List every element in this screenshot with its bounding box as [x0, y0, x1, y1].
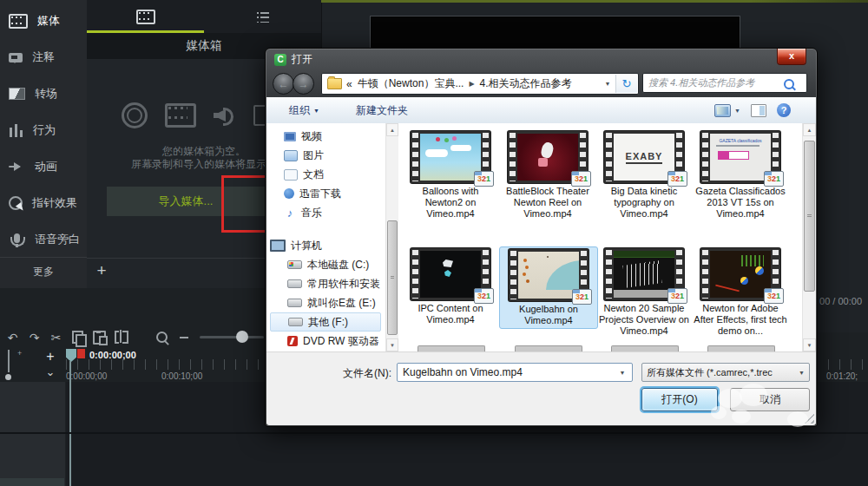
filename-dropdown-caret[interactable]: ▼	[616, 364, 628, 381]
breadcrumb-current-folder[interactable]: 4.相关动态作品参考	[480, 76, 572, 91]
sidebar-item-voice-narration[interactable]: 语音旁白	[0, 222, 87, 257]
address-dropdown-caret[interactable]: ▼	[601, 74, 615, 94]
sidebar-item-media[interactable]: 媒体	[0, 3, 87, 38]
nav-item-thunder-downloads[interactable]: 迅雷下载	[270, 184, 381, 203]
scroll-down-button[interactable]: ▼	[386, 338, 398, 351]
file-item[interactable]: 321 BattleBlock Theater Newton Reel on V…	[501, 131, 595, 220]
file-item[interactable]: EXABY 321 Big Data kinetic typography on…	[597, 131, 691, 220]
playhead-out-handle[interactable]	[77, 349, 85, 358]
nav-item-drive-f[interactable]: 其他 (F:)	[270, 312, 381, 332]
cut-button[interactable]: ✂	[45, 329, 67, 346]
breadcrumb-overflow[interactable]: «	[346, 78, 352, 90]
tab-properties[interactable]	[204, 0, 321, 33]
new-folder-button[interactable]: 新建文件夹	[356, 103, 408, 118]
file-item[interactable]: GAZETA classificados 321 Gazeta Classifi…	[694, 131, 787, 220]
organize-menu-button[interactable]: 组织 ▼	[289, 103, 319, 118]
scroll-up-button[interactable]: ▲	[803, 123, 816, 136]
sidebar-more-button[interactable]: 更多	[0, 257, 87, 286]
zoom-out-button[interactable]	[173, 329, 194, 346]
filetype-caret-icon: ▼	[799, 370, 805, 376]
filetype-dropdown[interactable]: 所有媒体文件 (*.camrec,*.trec ▼	[641, 363, 810, 382]
refresh-button[interactable]: ↻	[615, 75, 637, 93]
file-name: Newton 20 Sample Projects Overview on Vi…	[597, 303, 691, 337]
tab-media-bin[interactable]	[87, 0, 204, 33]
playhead-line[interactable]	[69, 361, 71, 486]
back-icon: ←	[279, 78, 289, 90]
help-button[interactable]: ?	[777, 103, 791, 117]
sidebar-item-behaviors[interactable]: 行为	[0, 113, 87, 148]
nav-item-dvd-drive[interactable]: DVD RW 驱动器	[270, 332, 381, 351]
file-item[interactable]: 321 Newton for Adobe After Effects, firs…	[694, 248, 787, 337]
filename-input[interactable]: Kugelbahn on Vimeo.mp4 ▼	[397, 363, 633, 382]
search-input[interactable]: 搜索 4.相关动态作品参考	[642, 73, 807, 93]
forward-button[interactable]: →	[293, 73, 314, 95]
collapse-tracks-button[interactable]: ⌄	[38, 364, 62, 380]
file-name: Kugelbahn on Vimeo.mp4	[502, 304, 595, 326]
media-player-badge: 321	[764, 288, 784, 304]
timeline-ruler-right[interactable]	[817, 359, 868, 370]
tree-scrollbar[interactable]: ▲ ▼	[385, 123, 398, 351]
open-button[interactable]: 打开(O)	[641, 388, 718, 411]
change-view-button[interactable]: ▼	[714, 104, 740, 117]
tree-scrollbar-thumb[interactable]	[387, 220, 398, 335]
nav-item-drive-c[interactable]: 本地磁盘 (C:)	[270, 255, 381, 274]
sidebar-item-animations[interactable]: 动画	[0, 149, 87, 184]
track-zoom-in-mini[interactable]: +	[17, 349, 22, 358]
split-icon	[115, 331, 128, 344]
sidebar-item-annotations[interactable]: 注释	[0, 40, 87, 75]
list-scrollbar-thumb[interactable]	[804, 141, 815, 292]
search-icon	[784, 79, 794, 89]
media-panel-tabs	[87, 0, 321, 33]
nav-item-drive-e[interactable]: 就叫你E盘 (E:)	[270, 293, 381, 312]
track-height-knob[interactable]	[5, 374, 11, 380]
nav-item-documents[interactable]: 文档	[270, 165, 381, 184]
preview-pane-button[interactable]	[751, 104, 766, 117]
file-list-scrollbar[interactable]: ▲ ▼	[802, 123, 816, 351]
paste-icon	[93, 331, 106, 345]
nav-item-music[interactable]: ♪ 音乐	[270, 203, 381, 222]
add-track-button[interactable]: +	[38, 348, 62, 364]
scroll-up-button[interactable]: ▲	[386, 123, 398, 136]
redo-button[interactable]: ↷	[23, 329, 45, 346]
split-button[interactable]	[110, 329, 132, 346]
undo-button[interactable]: ↶	[2, 329, 23, 346]
watermark-blob	[787, 411, 808, 427]
file-item[interactable]: 321 Newton 20 Sample Projects Overview o…	[597, 248, 691, 337]
thumbnail-image	[710, 251, 771, 298]
dialog-address-row: ← → « 牛顿（Newton）宝典... ▶ 4.相关动态作品参考 ▼ ↻ 搜…	[266, 69, 817, 97]
track-height-tools[interactable]: +	[3, 347, 38, 382]
file-item[interactable]: 321 IPC Content on Vimeo.mp4	[404, 248, 497, 325]
track-height-slider[interactable]	[8, 350, 10, 372]
media-bin-empty-icons	[122, 102, 279, 128]
file-item-selected[interactable]: 321 Kugelbahn on Vimeo.mp4	[499, 246, 598, 329]
tools-sidebar: 媒体 注释 转场 行为 动画 指针效果 语音旁白 更多	[0, 0, 88, 288]
file-name: Newton for Adobe After Effects, first te…	[694, 303, 787, 337]
zoom-timeline-button[interactable]	[151, 329, 173, 346]
animation-arrow-icon	[9, 161, 25, 172]
thunder-downloads-icon	[284, 188, 294, 199]
nav-item-videos[interactable]: 视频	[270, 127, 381, 146]
paste-button[interactable]	[89, 329, 110, 346]
filename-label: 文件名(N):	[266, 366, 391, 381]
search-placeholder: 搜索 4.相关动态作品参考	[648, 76, 754, 89]
close-button[interactable]: x	[777, 49, 806, 65]
address-bar[interactable]: « 牛顿（Newton）宝典... ▶ 4.相关动态作品参考 ▼ ↻	[321, 73, 639, 95]
timeline-zoom-slider[interactable]	[200, 336, 264, 338]
sidebar-item-transitions[interactable]: 转场	[0, 76, 87, 111]
copy-button[interactable]	[67, 329, 89, 346]
sidebar-item-cursor-effects[interactable]: 指针效果	[0, 186, 87, 220]
media-player-badge: 321	[572, 289, 592, 305]
add-media-plus-button[interactable]: +	[91, 260, 112, 281]
scroll-down-button[interactable]: ▼	[803, 338, 816, 351]
timeline-ruler[interactable]	[66, 359, 266, 370]
nav-item-drive-d[interactable]: 常用软件和安装	[270, 274, 381, 293]
nav-item-computer[interactable]: 计算机	[270, 236, 381, 255]
music-note-icon: ♪	[284, 207, 296, 219]
back-button[interactable]: ←	[273, 73, 294, 95]
preview-time-display: 00 / 00:00	[819, 296, 862, 306]
zoom-slider-knob[interactable]	[236, 331, 248, 343]
file-item[interactable]: 321 Balloons with Newton2 on Vimeo.mp4	[404, 131, 497, 220]
nav-item-pictures[interactable]: 图片	[270, 146, 381, 165]
breadcrumb-separator-icon: ▶	[469, 80, 474, 88]
breadcrumb-parent-folder[interactable]: 牛顿（Newton）宝典...	[358, 76, 464, 91]
